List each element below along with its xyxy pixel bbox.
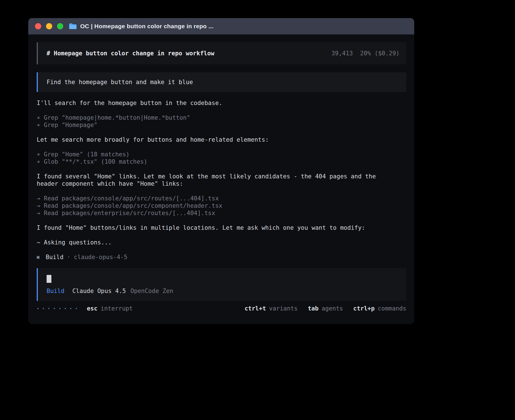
conversation: I'll search for the homepage button in t…	[37, 99, 406, 246]
tool-call-block: ∗ Grep "Home" (18 matches)∗ Glob "**/*.t…	[37, 151, 406, 165]
input-agent-label: Build	[47, 287, 64, 295]
window-titlebar: OC | Homepage button color change in rep…	[28, 18, 414, 34]
assistant-text-line: header component which have "Home" links…	[37, 180, 406, 187]
tool-call-line: → Read packages/console/app/src/componen…	[37, 202, 406, 209]
assistant-text-block: ~ Asking questions...	[37, 239, 406, 246]
agent-separator: ·	[67, 253, 71, 261]
tool-call-line: ∗ Grep "Home" (18 matches)	[37, 151, 406, 158]
keybind-hint: ctrl+tvariants	[245, 305, 298, 312]
agent-model: claude-opus-4-5	[74, 253, 128, 261]
hint-label: variants	[269, 305, 298, 312]
context-percent: 20%	[360, 50, 371, 57]
user-message-text: Find the homepage button and make it blu…	[47, 78, 193, 86]
spinner-dots: ••••••••	[37, 305, 80, 312]
keybind-hint: tabagents	[308, 305, 343, 312]
assistant-text-line: I found "Home" buttons/links in multiple…	[37, 224, 406, 231]
tool-call-line: → Read packages/enterprise/src/routes/[.…	[37, 209, 406, 217]
minimize-button[interactable]	[46, 23, 52, 29]
tool-call-line: ∗ Grep "homepage|home.*button|Home.*butt…	[37, 114, 406, 121]
assistant-text-block: I found several "Home" links. Let me loo…	[37, 173, 406, 187]
tool-call-line: ∗ Glob "**/*.tsx" (100 matches)	[37, 158, 406, 165]
tool-call-line: ∗ Grep "Homepage"	[37, 121, 406, 129]
agent-icon: ▣	[37, 253, 40, 261]
traffic-lights	[35, 23, 63, 29]
hint-key: ctrl+t	[245, 305, 266, 312]
assistant-text-block: I'll search for the homepage button in t…	[37, 99, 406, 107]
terminal-window: OC | Homepage button color change in rep…	[28, 18, 414, 324]
tool-call-block: ∗ Grep "homepage|home.*button|Home.*butt…	[37, 114, 406, 129]
keybind-hint: ctrl+pcommands	[353, 305, 406, 312]
hint-label: agents	[322, 305, 343, 312]
status-bar: •••••••• esc interrupt ctrl+tvariantstab…	[37, 305, 406, 312]
agent-status-line: ▣ Build · claude-opus-4-5	[37, 253, 406, 261]
agent-name: Build	[46, 253, 64, 261]
input-meta: Build Claude Opus 4.5 OpenCode Zen	[47, 287, 406, 295]
input-provider-label: OpenCode Zen	[130, 287, 173, 295]
terminal-body: # Homepage button color change in repo w…	[28, 42, 414, 312]
status-left: •••••••• esc interrupt	[37, 305, 133, 312]
session-stats: 39,413 20% ($0.29)	[331, 50, 400, 57]
input-model-label: Claude Opus 4.5	[72, 287, 126, 295]
close-button[interactable]	[35, 23, 41, 29]
session-cost: ($0.29)	[374, 50, 400, 57]
window-title: OC | Homepage button color change in rep…	[80, 23, 213, 30]
status-right: ctrl+tvariantstabagentsctrl+pcommands	[234, 305, 406, 312]
esc-key-hint: esc	[87, 305, 97, 312]
interrupt-label: interrupt	[101, 305, 133, 312]
assistant-text-line: I found several "Home" links. Let me loo…	[37, 173, 406, 180]
tool-call-block: → Read packages/console/app/src/routes/[…	[37, 195, 406, 217]
session-header: # Homepage button color change in repo w…	[37, 42, 406, 64]
token-count: 39,413	[331, 50, 353, 57]
session-title: # Homepage button color change in repo w…	[47, 50, 214, 57]
title-group: OC | Homepage button color change in rep…	[69, 23, 213, 30]
hint-key: ctrl+p	[353, 305, 375, 312]
prompt-input[interactable]: Build Claude Opus 4.5 OpenCode Zen	[37, 268, 406, 301]
hint-label: commands	[378, 305, 406, 312]
folder-icon	[69, 23, 77, 29]
assistant-text-line: Let me search more broadly for buttons a…	[37, 136, 406, 143]
hint-key: tab	[308, 305, 318, 312]
assistant-text-line: ~ Asking questions...	[37, 239, 406, 246]
zoom-button[interactable]	[57, 23, 63, 29]
text-cursor	[47, 275, 51, 283]
user-message: Find the homepage button and make it blu…	[37, 72, 406, 92]
assistant-text-line: I'll search for the homepage button in t…	[37, 99, 406, 107]
assistant-text-block: Let me search more broadly for buttons a…	[37, 136, 406, 143]
assistant-text-block: I found "Home" buttons/links in multiple…	[37, 224, 406, 231]
tool-call-line: → Read packages/console/app/src/routes/[…	[37, 195, 406, 202]
